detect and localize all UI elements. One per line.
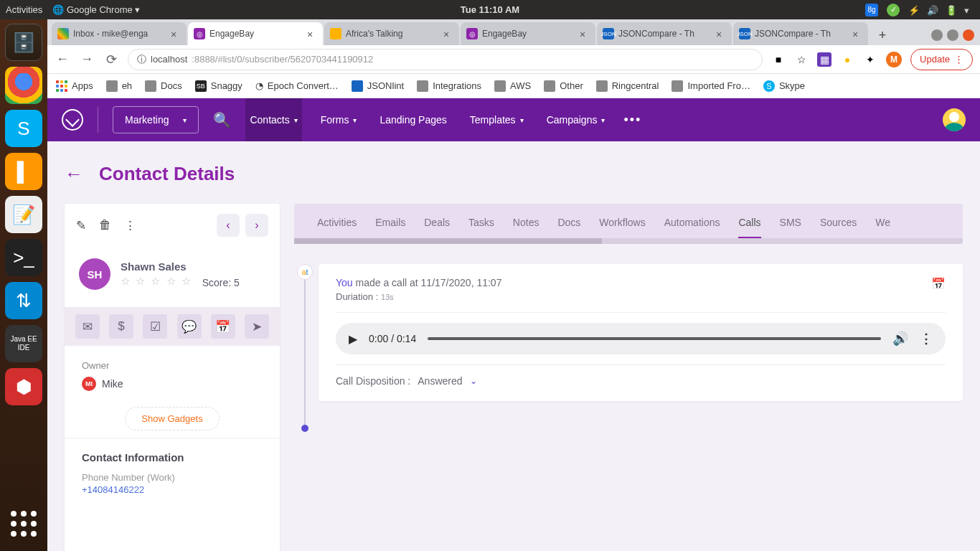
action-email-icon[interactable]: ✉ — [75, 314, 100, 339]
tab-notes[interactable]: Notes — [513, 217, 540, 228]
bookmark-item[interactable]: Ringcentral — [596, 80, 659, 92]
status-ok-icon[interactable]: ✓ — [887, 4, 900, 17]
phone-value[interactable]: +14084146222 — [65, 483, 280, 496]
show-gadgets-button[interactable]: Show Gadgets — [125, 407, 219, 430]
module-dropdown[interactable]: Marketing▾ — [113, 106, 199, 133]
volume-icon[interactable]: 🔊 — [927, 5, 937, 15]
launcher-javaee-icon[interactable]: Java EEIDE — [5, 325, 42, 362]
site-info-icon[interactable]: ⓘ — [137, 53, 146, 66]
tabs-scrollbar[interactable] — [294, 238, 963, 244]
window-maximize-icon[interactable] — [947, 29, 958, 41]
nav-more-icon[interactable]: ••• — [623, 113, 641, 128]
engagebay-logo-icon[interactable] — [62, 109, 83, 131]
google-voice-icon[interactable]: 8g — [865, 4, 878, 17]
nav-campaigns[interactable]: Campaigns▾ — [542, 98, 610, 141]
reload-button[interactable]: ⟳ — [103, 52, 119, 67]
new-tab-button[interactable]: + — [872, 25, 892, 45]
nav-forms[interactable]: Forms▾ — [316, 98, 362, 141]
browser-tab[interactable]: JSONJSONCompare - Th× — [733, 22, 868, 45]
next-contact-button[interactable]: › — [245, 214, 268, 237]
action-schedule-icon[interactable]: 📅 — [211, 314, 235, 339]
play-icon[interactable]: ▶ — [349, 332, 357, 346]
tab-calls[interactable]: Calls — [738, 217, 760, 228]
forward-button[interactable]: → — [79, 52, 95, 67]
nav-landing-pages[interactable]: Landing Pages — [375, 98, 451, 141]
browser-tab[interactable]: ◎EngageBay× — [461, 22, 595, 45]
call-disposition[interactable]: Call Disposition : Answered⌄ — [336, 375, 946, 387]
search-icon[interactable]: 🔍 — [213, 111, 231, 128]
tab-automations[interactable]: Automations — [664, 217, 720, 228]
tab-emails[interactable]: Emails — [375, 217, 405, 228]
tab-docs[interactable]: Docs — [557, 217, 580, 228]
activities-label[interactable]: Activities — [6, 4, 42, 15]
window-close-icon[interactable] — [963, 29, 974, 41]
launcher-apps-grid-icon[interactable] — [5, 505, 42, 542]
launcher-app-icon[interactable]: ⬢ — [5, 368, 42, 405]
tab-sources[interactable]: Sources — [820, 217, 857, 228]
bookmark-item[interactable]: eh — [106, 80, 132, 92]
bookmark-item[interactable]: Docs — [145, 80, 182, 92]
back-arrow-icon[interactable]: ← — [65, 163, 83, 185]
extensions-menu-icon[interactable]: ✦ — [863, 52, 877, 67]
tab-tasks[interactable]: Tasks — [468, 217, 494, 228]
calendar-icon[interactable]: 📅 — [931, 277, 946, 291]
update-button[interactable]: Update⋮ — [910, 49, 973, 70]
browser-tab[interactable]: Africa's Talking× — [324, 22, 459, 45]
window-minimize-icon[interactable] — [931, 29, 943, 41]
battery-icon[interactable]: 🔋 — [946, 5, 956, 15]
camera-icon[interactable]: ■ — [771, 52, 786, 67]
nav-contacts[interactable]: Contacts▾ — [245, 98, 301, 141]
delete-icon[interactable]: 🗑 — [99, 218, 111, 232]
action-deal-icon[interactable]: $ — [109, 314, 133, 339]
prev-contact-button[interactable]: ‹ — [217, 214, 240, 237]
bookmark-item[interactable]: Other — [544, 80, 583, 92]
audio-menu-icon[interactable]: ⋮ — [920, 331, 933, 347]
bookmark-item[interactable]: ◔Epoch Convert… — [255, 80, 339, 91]
audio-progress[interactable] — [428, 337, 881, 340]
bookmark-star-icon[interactable]: ☆ — [794, 52, 809, 67]
tab-workflows[interactable]: Workflows — [599, 217, 645, 228]
launcher-chrome-icon[interactable] — [5, 67, 42, 104]
address-bar[interactable]: ⓘ localhost:8888/#list/0/subscriber/5620… — [128, 49, 763, 70]
browser-tab[interactable]: JSONJSONCompare - Th× — [597, 22, 732, 45]
extension-icon[interactable]: ▦ — [817, 52, 831, 67]
back-button[interactable]: ← — [55, 52, 70, 67]
rating-stars[interactable]: ☆ ☆ ☆ ☆ ☆ — [121, 275, 192, 288]
tab-sms[interactable]: SMS — [780, 217, 801, 228]
extension-icon[interactable]: ● — [840, 52, 854, 67]
browser-tab-active[interactable]: ◎EngageBay× — [188, 22, 323, 45]
launcher-files-icon[interactable]: 🗄️ — [5, 24, 42, 61]
bookmark-item[interactable]: SBSnaggy — [195, 80, 242, 92]
tab-more[interactable]: We — [875, 217, 890, 228]
action-note-icon[interactable]: 💬 — [177, 314, 202, 339]
browser-tab[interactable]: Inbox - mike@enga× — [52, 22, 187, 45]
close-icon[interactable]: × — [171, 29, 181, 39]
bookmark-item[interactable]: Imported Fro… — [672, 80, 750, 92]
bookmark-apps[interactable]: Apps — [56, 80, 93, 92]
system-menu-chevron-icon[interactable]: ▾ — [964, 5, 974, 15]
clock[interactable]: Tue 11:10 AM — [461, 4, 519, 15]
nav-templates[interactable]: Templates▾ — [466, 98, 528, 141]
bookmark-item[interactable]: SSkype — [763, 80, 805, 92]
launcher-transfers-icon[interactable]: ⇅ — [5, 282, 42, 319]
user-avatar[interactable] — [943, 108, 966, 131]
close-icon[interactable]: × — [307, 29, 317, 39]
launcher-terminal-icon[interactable]: >_ — [5, 239, 42, 276]
tab-deals[interactable]: Deals — [424, 217, 450, 228]
edit-icon[interactable]: ✎ — [76, 218, 86, 233]
bookmark-item[interactable]: Integrations — [417, 80, 481, 92]
close-icon[interactable]: × — [580, 29, 590, 39]
launcher-sublime-icon[interactable]: ▌ — [5, 153, 42, 190]
tab-activities[interactable]: Activities — [317, 217, 357, 228]
close-icon[interactable]: × — [716, 29, 726, 39]
action-task-icon[interactable]: ☑ — [143, 314, 167, 339]
close-icon[interactable]: × — [852, 29, 862, 39]
close-icon[interactable]: × — [443, 29, 453, 39]
kebab-icon[interactable]: ⋮ — [124, 218, 136, 233]
app-menu[interactable]: 🌐 Google Chrome ▾ — [52, 4, 140, 15]
bookmark-item[interactable]: AWS — [494, 80, 531, 92]
launcher-texteditor-icon[interactable]: 📝 — [5, 196, 42, 233]
audio-player[interactable]: ▶ 0:00 / 0:14 🔊 ⋮ — [336, 323, 946, 354]
launcher-skype-icon[interactable]: S — [5, 110, 42, 147]
volume-icon[interactable]: 🔊 — [892, 331, 908, 347]
